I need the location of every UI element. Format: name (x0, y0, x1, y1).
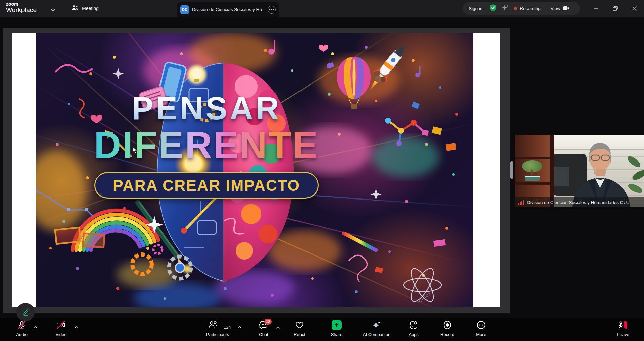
participant-name: División de Ciencias Sociales y Humanida… (527, 200, 630, 205)
audio-options-chevron[interactable] (34, 324, 38, 330)
participant-video-tile[interactable]: División de Ciencias Sociales y Humanida… (515, 135, 644, 207)
logo-zoom-text: zoom (6, 2, 37, 7)
meeting-people-icon (71, 5, 79, 12)
logo-workplace-text: Workplace (6, 7, 37, 13)
slide-title-block: PENSAR DIFERENTE PARA CREAR IMPACTO (36, 92, 377, 199)
share-button[interactable]: Share (317, 320, 357, 337)
participant-person (562, 137, 641, 207)
zoom-workplace-logo: zoom Workplace (6, 2, 37, 13)
tab-meeting-label: Meeting (82, 6, 99, 11)
slide-title-line1: PENSAR (36, 92, 377, 124)
more-ellipsis-icon (476, 320, 486, 330)
meeting-avatar: DD (180, 5, 189, 14)
view-button[interactable]: View (551, 6, 569, 11)
tab-meeting-division[interactable]: DD División de Ciencias Sociales y Hu ••… (177, 2, 279, 17)
participants-options-chevron[interactable] (238, 324, 242, 330)
presentation-page: PENSAR DIFERENTE PARA CREAR IMPACTO Gemi… (12, 33, 500, 307)
meeting-toolbar: Audio Video 124 Participants (0, 318, 644, 341)
more-label: More (476, 332, 486, 337)
more-button[interactable]: More (461, 320, 501, 337)
mouse-cursor (132, 146, 138, 156)
workspace-dropdown-chevron-icon[interactable] (51, 7, 55, 13)
leave-door-icon (618, 320, 628, 330)
slide-title-line2: DIFERENTE (36, 126, 377, 164)
shared-screen-frame: PENSAR DIFERENTE PARA CREAR IMPACTO Gemi… (3, 28, 510, 313)
rainbow-pencil-beam (344, 233, 376, 250)
participants-label: Participants (206, 332, 229, 337)
title-bar: zoom Workplace Meeting DD División de Ci… (0, 0, 644, 17)
participant-name-bar: División de Ciencias Sociales y Humanida… (515, 197, 644, 207)
recording-dot-icon (514, 7, 517, 10)
view-layout-icon (563, 6, 569, 11)
close-button[interactable] (630, 4, 639, 13)
recording-indicator: Recording (514, 6, 541, 11)
share-scrollbar[interactable] (510, 161, 513, 179)
audio-label: Audio (16, 332, 27, 337)
bonsai-pot (525, 176, 540, 181)
encryption-shield-icon[interactable] (489, 4, 497, 13)
heart-react-icon (295, 320, 304, 330)
camera-off-icon (56, 320, 66, 330)
tab-meeting-title: División de Ciencias Sociales y Hu (192, 7, 265, 12)
microphone-muted-icon (17, 320, 27, 330)
ai-companion-button[interactable]: AI Companion (357, 320, 397, 337)
share-label: Share (331, 332, 343, 337)
restore-window-button[interactable] (610, 4, 620, 13)
tab-meeting[interactable]: Meeting (71, 3, 99, 13)
connection-bars-icon (518, 200, 524, 205)
minimize-button[interactable] (591, 4, 601, 13)
participants-count: 124 (224, 325, 231, 330)
tab-more-options-icon[interactable]: ••• (268, 6, 276, 14)
light-bulb-icon (187, 65, 206, 84)
apps-icon (409, 320, 418, 330)
chat-label: Chat (259, 332, 268, 337)
ai-companion-icon (372, 320, 382, 330)
view-label: View (551, 6, 560, 11)
react-button[interactable]: React (279, 320, 320, 337)
pencil-annotate-icon (21, 308, 30, 317)
record-label: Record (440, 332, 454, 337)
react-label: React (294, 332, 305, 337)
sign-in-button[interactable]: Sign in (469, 6, 482, 11)
participants-icon (208, 320, 218, 330)
ai-companion-label: AI Companion (363, 332, 390, 337)
chat-unread-badge: 12 (264, 319, 272, 325)
apps-label: Apps (409, 332, 419, 337)
slide-pensar-diferente: PENSAR DIFERENTE PARA CREAR IMPACTO Gemi… (36, 33, 473, 307)
titlebar-status-pill: Sign in Recording View (463, 2, 580, 15)
video-options-chevron[interactable] (74, 324, 78, 330)
record-icon (443, 320, 452, 330)
share-screen-icon (332, 320, 342, 330)
ai-companion-status-icon[interactable] (501, 4, 509, 13)
leave-button[interactable]: Leave (603, 320, 643, 337)
recording-label: Recording (520, 6, 541, 11)
leave-label: Leave (617, 332, 629, 337)
participants-button[interactable]: 124 Participants (197, 320, 238, 337)
annotate-button[interactable] (16, 303, 35, 321)
video-label: Video (55, 332, 66, 337)
slide-banner: PARA CREAR IMPACTO (94, 172, 319, 199)
